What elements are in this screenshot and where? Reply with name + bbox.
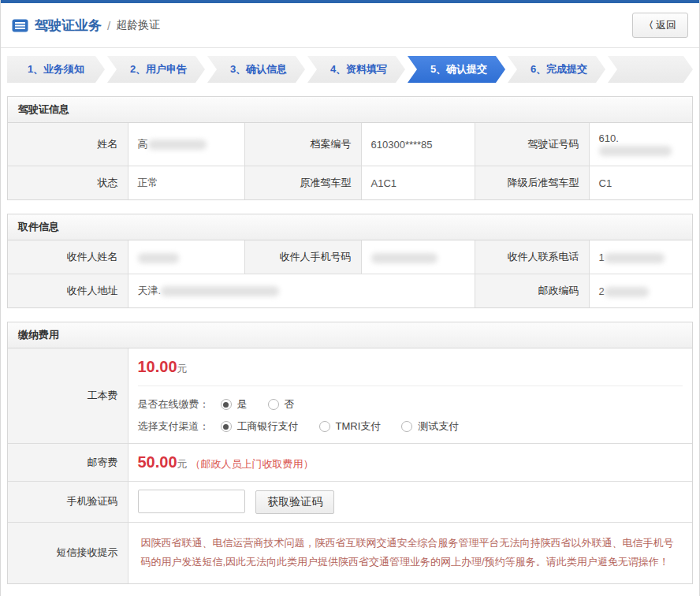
table-row: 状态 正常 原准驾车型 A1C1 降级后准驾车型 C1 bbox=[8, 166, 692, 200]
step-6[interactable]: 6、完成提交 bbox=[508, 56, 605, 83]
pay-channel-option-line: 选择支付渠道： 工商银行支付 TMRI支付 测试支付 bbox=[138, 419, 683, 434]
header: 驾驶证业务 / 超龄换证 〈返回 bbox=[1, 3, 699, 48]
file-number-value: 610300****85 bbox=[361, 123, 475, 166]
fee-section: 缴纳费用 工本费 10.00元 是否在线缴费： 是 否 选择支付渠道： bbox=[7, 322, 693, 584]
recipient-name-label: 收件人姓名 bbox=[8, 240, 128, 274]
card-fee-amount: 10.00 bbox=[138, 358, 177, 375]
card-fee-label: 工本费 bbox=[8, 348, 128, 444]
redacted-blur bbox=[371, 253, 438, 263]
sms-notice-label: 短信接收提示 bbox=[8, 522, 128, 583]
step-4[interactable]: 4、资料填写 bbox=[307, 56, 405, 83]
recipient-address-label: 收件人地址 bbox=[8, 274, 128, 308]
sms-notice-row: 短信接收提示 因陕西省联通、电信运营商技术问题，陕西省互联网交通安全综合服务管理… bbox=[8, 522, 692, 583]
postage-fee-note: （邮政人员上门收取费用） bbox=[191, 458, 314, 470]
get-code-button[interactable]: 获取验证码 bbox=[255, 490, 334, 514]
table-row: 收件人姓名 收件人手机号码 收件人联系电话 1 bbox=[8, 240, 692, 274]
postage-fee-amount: 50.00 bbox=[138, 453, 177, 471]
postage-fee-unit: 元 bbox=[177, 458, 188, 470]
fee-table: 工本费 10.00元 是否在线缴费： 是 否 选择支付渠道： 工商银行支付 TM… bbox=[8, 348, 692, 583]
recipient-name-value bbox=[128, 240, 244, 274]
radio-checked-icon bbox=[221, 399, 232, 410]
radio-unchecked-icon bbox=[268, 399, 279, 410]
recipient-phone-label: 收件人联系电话 bbox=[475, 240, 589, 274]
license-info-section: 驾驶证信息 姓名 高 档案编号 610300****85 驾驶证号码 610. … bbox=[7, 96, 693, 200]
redacted-blur bbox=[161, 286, 279, 296]
downgraded-class-label: 降级后准驾车型 bbox=[475, 166, 589, 200]
back-button-label: 返回 bbox=[656, 19, 676, 31]
recipient-phone-value: 1 bbox=[589, 240, 692, 274]
card-fee-row: 工本费 10.00元 是否在线缴费： 是 否 选择支付渠道： 工商银行支付 TM… bbox=[8, 348, 692, 444]
breadcrumb-separator: / bbox=[107, 19, 110, 32]
postcode-value: 2 bbox=[589, 274, 692, 308]
radio-checked-icon bbox=[221, 421, 232, 432]
redacted-blur bbox=[599, 146, 672, 156]
radio-online-yes[interactable]: 是 bbox=[221, 397, 248, 412]
card-fee-unit: 元 bbox=[177, 363, 188, 374]
sms-code-cell: 获取验证码 bbox=[128, 482, 692, 523]
sms-code-row: 手机验证码 获取验证码 bbox=[8, 482, 692, 523]
step-5-active[interactable]: 5、确认提交 bbox=[408, 56, 505, 83]
radio-channel-tmri[interactable]: TMRI支付 bbox=[319, 419, 382, 434]
name-label: 姓名 bbox=[8, 123, 128, 166]
sms-code-label: 手机验证码 bbox=[8, 482, 128, 523]
list-icon bbox=[12, 19, 28, 32]
step-3[interactable]: 3、确认信息 bbox=[207, 56, 305, 83]
postage-fee-label: 邮寄费 bbox=[8, 444, 128, 482]
license-number-value: 610. bbox=[589, 123, 692, 166]
step-bar-filler bbox=[608, 56, 693, 83]
license-number-label: 驾驶证号码 bbox=[475, 123, 589, 166]
table-row: 姓名 高 档案编号 610300****85 驾驶证号码 610. bbox=[8, 123, 692, 166]
original-class-value: A1C1 bbox=[361, 166, 475, 200]
status-value: 正常 bbox=[128, 166, 244, 200]
file-number-label: 档案编号 bbox=[244, 123, 361, 166]
status-label: 状态 bbox=[8, 166, 128, 200]
name-value: 高 bbox=[128, 123, 244, 166]
card-fee-amount-line: 10.00元 bbox=[138, 358, 683, 376]
step-1[interactable]: 1、业务须知 bbox=[7, 56, 105, 83]
online-pay-label: 是否在线缴费： bbox=[138, 397, 210, 412]
radio-unchecked-icon bbox=[319, 421, 330, 432]
page-title: 驾驶证业务 bbox=[35, 17, 102, 35]
license-info-table: 姓名 高 档案编号 610300****85 驾驶证号码 610. 状态 正常 … bbox=[8, 123, 692, 199]
pickup-info-section: 取件信息 收件人姓名 收件人手机号码 收件人联系电话 1 收件人地址 天津. 邮… bbox=[7, 214, 693, 308]
divider bbox=[138, 386, 683, 386]
pickup-info-table: 收件人姓名 收件人手机号码 收件人联系电话 1 收件人地址 天津. 邮政编码 2 bbox=[8, 240, 692, 307]
sms-code-input[interactable] bbox=[138, 490, 245, 513]
redacted-blur bbox=[148, 140, 207, 150]
redacted-blur bbox=[138, 253, 179, 263]
radio-channel-test[interactable]: 测试支付 bbox=[401, 419, 459, 434]
radio-channel-icbc[interactable]: 工商银行支付 bbox=[221, 419, 299, 434]
page: 驾驶证业务 / 超龄换证 〈返回 1、业务须知 2、用户申告 3、确认信息 4、… bbox=[0, 0, 700, 596]
pay-channel-label: 选择支付渠道： bbox=[138, 419, 210, 434]
back-button[interactable]: 〈返回 bbox=[632, 13, 688, 38]
sms-notice-text: 因陕西省联通、电信运营商技术问题，陕西省互联网交通安全综合服务管理平台无法向持陕… bbox=[138, 532, 683, 574]
radio-online-no[interactable]: 否 bbox=[268, 397, 295, 412]
card-fee-cell: 10.00元 是否在线缴费： 是 否 选择支付渠道： 工商银行支付 TMRI支付… bbox=[128, 348, 692, 444]
pickup-section-title: 取件信息 bbox=[8, 214, 692, 240]
postage-fee-row: 邮寄费 50.00元（邮政人员上门收取费用） bbox=[8, 444, 692, 482]
license-section-title: 驾驶证信息 bbox=[8, 97, 692, 123]
step-2[interactable]: 2、用户申告 bbox=[107, 56, 205, 83]
online-pay-option-line: 是否在线缴费： 是 否 bbox=[138, 397, 683, 412]
breadcrumb-current: 超龄换证 bbox=[116, 18, 160, 32]
fee-section-title: 缴纳费用 bbox=[8, 322, 692, 348]
radio-unchecked-icon bbox=[401, 421, 412, 432]
postcode-label: 邮政编码 bbox=[475, 274, 589, 308]
original-class-label: 原准驾车型 bbox=[244, 166, 361, 200]
sms-notice-cell: 因陕西省联通、电信运营商技术问题，陕西省互联网交通安全综合服务管理平台无法向持陕… bbox=[128, 522, 692, 583]
recipient-mobile-label: 收件人手机号码 bbox=[244, 240, 361, 274]
table-row: 收件人地址 天津. 邮政编码 2 bbox=[8, 274, 692, 308]
downgraded-class-value: C1 bbox=[589, 166, 692, 200]
redacted-blur bbox=[605, 253, 665, 263]
step-wizard: 1、业务须知 2、用户申告 3、确认信息 4、资料填写 5、确认提交 6、完成提… bbox=[7, 56, 693, 83]
chevron-left-icon: 〈 bbox=[644, 20, 653, 31]
recipient-address-value: 天津. bbox=[128, 274, 475, 308]
redacted-blur bbox=[605, 287, 649, 297]
postage-fee-cell: 50.00元（邮政人员上门收取费用） bbox=[128, 444, 692, 482]
recipient-mobile-value bbox=[361, 240, 475, 274]
